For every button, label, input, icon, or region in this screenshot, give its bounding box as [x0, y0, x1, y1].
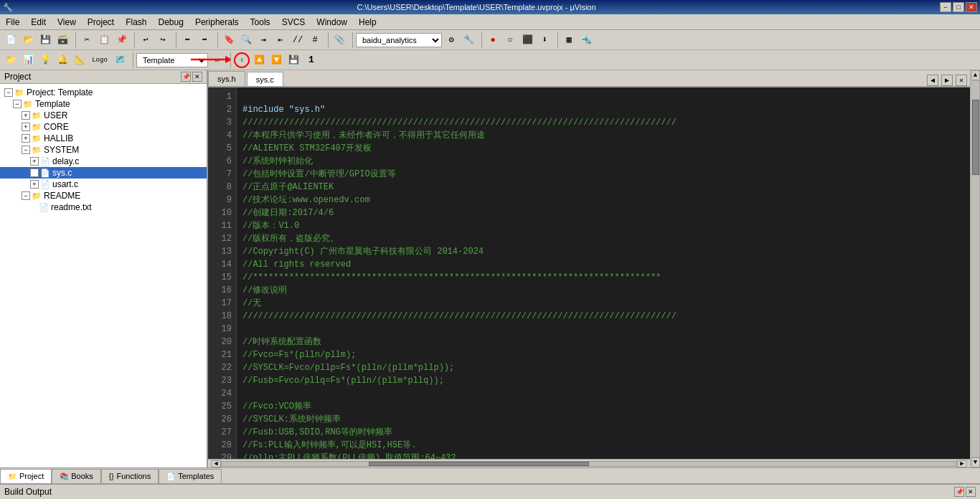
scroll-vertical-thumb[interactable] [972, 100, 979, 175]
tb2-btn3[interactable]: 💡 [37, 52, 53, 68]
templates-tab-icon: 📄 [166, 472, 175, 480]
maximize-button[interactable]: □ [953, 2, 964, 12]
copy-button[interactable]: 📋 [96, 32, 112, 48]
usart-expand[interactable]: + [30, 180, 39, 189]
tab-close-button[interactable]: ✕ [956, 75, 967, 86]
scroll-right-button[interactable]: ▶ [957, 460, 967, 467]
circled-button[interactable]: ⬇ [234, 52, 250, 68]
menu-help[interactable]: Help [353, 14, 382, 29]
uncomment-button[interactable]: # [307, 32, 323, 48]
redo-button[interactable]: ↪ [155, 32, 171, 48]
tab-templates[interactable]: 📄 Templates [159, 469, 222, 483]
scroll-vertical-track[interactable] [971, 80, 980, 457]
open-button[interactable]: 📂 [20, 32, 36, 48]
bookmark-button[interactable]: 🔖 [221, 32, 237, 48]
tree-readme-folder[interactable]: − 📁 README [0, 190, 207, 201]
menu-debug[interactable]: Debug [153, 14, 189, 29]
hallib-expand[interactable]: + [22, 134, 30, 143]
debug-config-button[interactable]: 🔧 [461, 32, 476, 48]
code-content[interactable]: #include "sys.h" ///////////////////////… [237, 87, 970, 459]
target-dropdown[interactable]: baidu_analytics [356, 33, 442, 47]
horizontal-scrollbar[interactable]: ◀ ▶ [208, 459, 970, 467]
code-editor[interactable]: 12345 678910 1112131415 1617181920 21222… [208, 87, 970, 459]
root-expand[interactable]: − [4, 88, 13, 97]
undo-button[interactable]: ↩ [138, 32, 154, 48]
cut-button[interactable]: ✂️ [79, 32, 95, 48]
tree-readme-txt[interactable]: 📄 readme.txt [0, 201, 207, 213]
scroll-down-button[interactable]: ▼ [971, 457, 980, 467]
target-options-button[interactable]: ⚙ [443, 32, 459, 48]
view-toggle[interactable]: ▦ [561, 32, 577, 48]
close-button[interactable]: ✕ [966, 2, 977, 12]
vertical-scrollbar[interactable]: ▲ ▼ [970, 70, 980, 467]
project-close-button[interactable]: ✕ [192, 72, 202, 82]
system-expand[interactable]: − [22, 146, 30, 154]
tb2-btn2[interactable]: 📊 [20, 52, 36, 68]
scroll-left-button[interactable]: ◀ [211, 460, 221, 467]
tab-nav-left[interactable]: ◀ [927, 75, 938, 86]
sysc-expand[interactable]: + [30, 168, 39, 177]
tree-usart-c[interactable]: + 📄 usart.c [0, 179, 207, 190]
tab-books[interactable]: 📚 Books [52, 469, 101, 483]
tree-sys-c[interactable]: + 📄 sys.c [0, 167, 207, 179]
user-expand[interactable]: + [22, 111, 30, 120]
tb2-btn1[interactable]: 📁 [3, 52, 19, 68]
properties-button[interactable]: 📎 [331, 32, 347, 48]
tb2-btn8[interactable]: 🔽 [268, 52, 284, 68]
menu-view[interactable]: View [52, 14, 82, 29]
build-button[interactable]: ● [485, 32, 501, 48]
core-expand[interactable]: + [22, 123, 30, 131]
tb2-btn5[interactable]: 📐 [72, 52, 88, 68]
tree-system[interactable]: − 📁 SYSTEM [0, 144, 207, 156]
tb2-btn7[interactable]: 🔼 [251, 52, 267, 68]
tab-sys-h[interactable]: sys.h [208, 71, 245, 86]
target-edit-button[interactable]: ✏️ [209, 52, 225, 68]
scroll-thumb[interactable] [369, 462, 589, 466]
readme-folder-expand[interactable]: − [22, 191, 30, 200]
stop-button[interactable]: ⬛ [519, 32, 535, 48]
tree-user[interactable]: + 📁 USER [0, 110, 207, 121]
build-output-dock[interactable]: 📌 [954, 487, 964, 497]
comment-button[interactable]: // [290, 32, 306, 48]
delay-expand[interactable]: + [30, 157, 39, 166]
tb2-btn9[interactable]: 💾 [286, 52, 301, 68]
menu-svcs[interactable]: SVCS [276, 14, 311, 29]
tb2-btn4[interactable]: 🔔 [55, 52, 70, 68]
find-button[interactable]: 🔍 [238, 32, 254, 48]
menu-flash[interactable]: Flash [120, 14, 152, 29]
menu-file[interactable]: File [0, 14, 25, 29]
indent-button[interactable]: ⇥ [255, 32, 271, 48]
scroll-track[interactable] [221, 461, 957, 467]
menu-project[interactable]: Project [82, 14, 120, 29]
tab-project[interactable]: 📁 Project [0, 469, 52, 483]
download-button[interactable]: ⬇ [537, 32, 552, 48]
save-button[interactable]: 💾 [37, 32, 53, 48]
tab-functions[interactable]: {} Functions [101, 469, 159, 483]
navigate-back-button[interactable]: ⬅ [179, 32, 195, 48]
tree-hallib[interactable]: + 📁 HALLIB [0, 133, 207, 144]
paste-button[interactable]: 📌 [113, 32, 129, 48]
tab-nav-right[interactable]: ▶ [941, 75, 953, 86]
new-button[interactable]: 📄 [3, 32, 19, 48]
settings-button[interactable]: 🔩 [578, 32, 594, 48]
tree-core[interactable]: + 📁 CORE [0, 121, 207, 133]
tab-sys-c[interactable]: sys.c [247, 72, 283, 87]
tree-root[interactable]: − 📁 Project: Template [0, 87, 207, 98]
minimize-button[interactable]: − [940, 2, 951, 12]
tree-template[interactable]: − 📁 Template [0, 98, 207, 110]
menu-window[interactable]: Window [311, 14, 353, 29]
save-all-button[interactable]: 🗃️ [55, 32, 70, 48]
rebuild-button[interactable]: ○ [502, 32, 518, 48]
project-dock-button[interactable]: 📌 [181, 72, 191, 82]
outdent-button[interactable]: ⇤ [273, 32, 288, 48]
menu-peripherals[interactable]: Peripherals [189, 14, 245, 29]
tree-delay-c[interactable]: + 📄 delay.c [0, 156, 207, 167]
scroll-up-button[interactable]: ▲ [971, 70, 980, 80]
menu-edit[interactable]: Edit [25, 14, 52, 29]
menu-tools[interactable]: Tools [245, 14, 276, 29]
target-select[interactable]: Template [136, 53, 208, 67]
tb2-btn6[interactable]: 🗺️ [112, 52, 128, 68]
navigate-fwd-button[interactable]: ➡ [197, 32, 212, 48]
template-expand[interactable]: − [13, 100, 22, 108]
build-output-close[interactable]: ✕ [966, 487, 976, 497]
